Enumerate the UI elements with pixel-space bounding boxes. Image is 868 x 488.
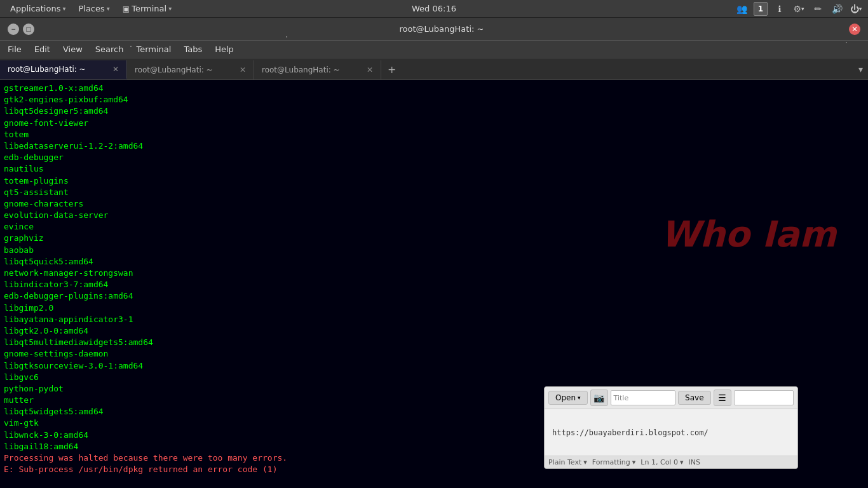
places-menu[interactable]: Places ▾ xyxy=(73,3,114,15)
widget-open-button[interactable]: Open ▾ xyxy=(548,391,588,405)
widget-title-input[interactable]: Title xyxy=(611,390,675,405)
maximize-button[interactable]: □ xyxy=(23,24,34,35)
workspace-indicator[interactable]: 1 xyxy=(754,2,768,16)
floating-widget: Open ▾ 📷 Title Save ☰ https://buayaberdi… xyxy=(544,386,798,469)
menu-view[interactable]: View xyxy=(58,43,88,55)
tab-1[interactable]: root@LubangHati: ~ ✕ xyxy=(0,60,127,79)
open-arrow: ▾ xyxy=(578,395,581,401)
applications-menu[interactable]: Applications ▾ xyxy=(5,3,71,15)
widget-url: https://buayaberdiri.blogspot.com/ xyxy=(552,428,709,437)
plain-text-item[interactable]: Plain Text ▾ xyxy=(548,458,587,466)
widget-footer: Plain Text ▾ Formatting ▾ Ln 1, Col 0 ▾ … xyxy=(545,456,797,468)
terminal-tabs: root@LubangHati: ~ ✕ root@LubangHati: ~ … xyxy=(0,58,868,80)
terminal-content[interactable]: Who Iam gstreamer1.0-x:amd64 gtk2-engine… xyxy=(0,80,868,488)
formatting-item[interactable]: Formatting ▾ xyxy=(592,458,636,466)
pen-icon[interactable]: ✏ xyxy=(811,2,825,16)
widget-camera-button[interactable]: 📷 xyxy=(590,390,608,406)
tab-3-close[interactable]: ✕ xyxy=(367,65,373,74)
menu-terminal[interactable]: Terminal xyxy=(131,43,176,55)
tabs-scroll-arrow[interactable]: ▾ xyxy=(853,64,868,74)
top-bar-right: 👥 1 ℹ ⚙▾ ✏ 🔊 ⏻▾ xyxy=(735,2,863,16)
terminal-window: − □ root@LubangHati: ~ ✕ File Edit View … xyxy=(0,18,868,488)
volume-icon[interactable]: 🔊 xyxy=(830,2,844,16)
widget-save-button[interactable]: Save xyxy=(678,391,710,405)
places-arrow: ▾ xyxy=(107,5,110,12)
tab-2[interactable]: root@LubangHati: ~ ✕ xyxy=(127,60,254,79)
tab-3[interactable]: root@LubangHati: ~ ✕ xyxy=(254,60,381,79)
window-controls: − □ xyxy=(8,24,34,35)
terminal-menubar: File Edit View Search Terminal Tabs Help xyxy=(0,41,868,58)
line-info-arrow: ▾ xyxy=(680,458,684,466)
people-icon[interactable]: 👥 xyxy=(735,2,749,16)
formatting-arrow: ▾ xyxy=(632,458,636,466)
settings-icon[interactable]: ⚙▾ xyxy=(792,2,806,16)
plain-text-arrow: ▾ xyxy=(583,458,587,466)
top-system-bar: Applications ▾ Places ▾ ▣ Terminal ▾ Wed… xyxy=(0,0,868,18)
places-label: Places xyxy=(78,4,104,13)
datetime-text: Wed 06:16 xyxy=(412,4,456,13)
terminal-titlebar: − □ root@LubangHati: ~ ✕ xyxy=(0,18,868,41)
tab-1-close[interactable]: ✕ xyxy=(112,65,119,74)
terminal-label: Terminal xyxy=(132,4,166,13)
applications-arrow: ▾ xyxy=(62,5,65,12)
terminal-menu[interactable]: ▣ Terminal ▾ xyxy=(118,3,177,15)
menu-file[interactable]: File xyxy=(3,43,27,55)
minimize-button[interactable]: − xyxy=(8,24,19,35)
menu-edit[interactable]: Edit xyxy=(29,43,55,55)
menu-help[interactable]: Help xyxy=(210,43,239,55)
widget-extra-input[interactable] xyxy=(734,390,794,405)
widget-toolbar: Open ▾ 📷 Title Save ☰ xyxy=(545,387,797,409)
menu-search[interactable]: Search xyxy=(90,43,129,55)
terminal-title: root@LubangHati: ~ xyxy=(34,24,849,34)
power-icon[interactable]: ⏻▾ xyxy=(849,2,863,16)
widget-menu-button[interactable]: ☰ xyxy=(714,390,731,406)
info-icon[interactable]: ℹ xyxy=(773,2,787,16)
add-tab-button[interactable]: + xyxy=(381,60,402,79)
widget-content: https://buayaberdiri.blogspot.com/ xyxy=(545,409,797,456)
terminal-arrow: ▾ xyxy=(168,5,172,12)
widget-title-text: Title xyxy=(614,394,629,402)
datetime-display: Wed 06:16 xyxy=(412,4,456,13)
close-button[interactable]: ✕ xyxy=(849,24,860,35)
line-info-item: Ln 1, Col 0 ▾ xyxy=(641,458,683,466)
terminal-screen-icon: ▣ xyxy=(123,4,130,13)
top-bar-left: Applications ▾ Places ▾ ▣ Terminal ▾ xyxy=(5,3,177,15)
applications-label: Applications xyxy=(10,4,60,13)
menu-tabs[interactable]: Tabs xyxy=(179,43,207,55)
ins-item: INS xyxy=(688,458,700,466)
tab-2-close[interactable]: ✕ xyxy=(240,65,246,74)
